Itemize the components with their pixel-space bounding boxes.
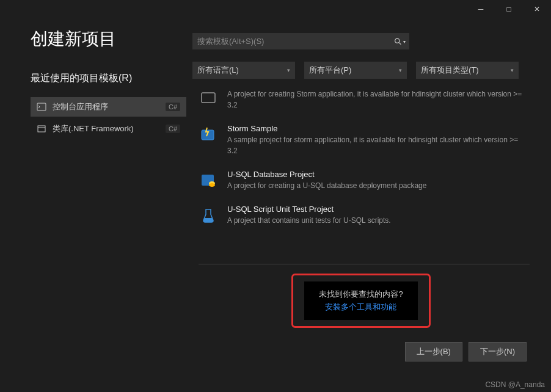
page-title: 创建新项目 <box>31 27 186 51</box>
recent-item-label: 类库(.NET Framework) <box>53 123 159 134</box>
svg-rect-0 <box>37 103 46 111</box>
recent-templates-heading: 最近使用的项目模板(R) <box>31 72 186 85</box>
template-desc: A project that contains unit tests for U… <box>227 215 530 226</box>
recent-template-item[interactable]: 控制台应用程序 C# <box>31 97 186 117</box>
template-title: Storm Sample <box>227 124 530 133</box>
next-button[interactable]: 下一步(N) <box>469 342 527 361</box>
class-library-icon <box>37 124 46 134</box>
svg-point-9 <box>209 183 215 187</box>
template-item[interactable]: U-SQL Database Project A project for cre… <box>192 165 530 200</box>
right-panel: ▾ 所有语言(L) ▾ 所有平台(P) ▾ 所有项目类型(T) ▾ <box>186 24 530 360</box>
language-filter[interactable]: 所有语言(L) ▾ <box>192 62 295 79</box>
svg-point-3 <box>395 38 400 43</box>
filter-label: 所有项目类型(T) <box>421 65 479 76</box>
usql-test-icon <box>199 206 218 225</box>
svg-rect-5 <box>202 93 215 103</box>
platform-filter[interactable]: 所有平台(P) ▾ <box>304 62 407 79</box>
filter-label: 所有平台(P) <box>309 65 351 76</box>
storm-app-icon <box>199 90 218 108</box>
console-app-icon <box>37 102 46 112</box>
template-desc: A project for creating Storm application… <box>227 90 530 111</box>
svg-line-4 <box>399 42 401 44</box>
template-title: U-SQL Database Project <box>227 170 530 179</box>
chevron-down-icon: ▾ <box>511 67 514 73</box>
chevron-down-icon: ▾ <box>287 67 290 73</box>
recent-item-label: 控制台应用程序 <box>53 101 159 112</box>
not-found-text: 未找到你要查找的内容? <box>319 289 403 300</box>
minimize-button[interactable]: ─ <box>467 0 495 18</box>
watermark: CSDN @A_nanda <box>485 380 545 389</box>
usql-db-icon <box>199 171 218 191</box>
filter-label: 所有语言(L) <box>197 65 239 76</box>
template-title: U-SQL Script Unit Test Project <box>227 205 530 214</box>
svg-rect-1 <box>38 126 45 132</box>
template-desc: A project for creating a U-SQL database … <box>227 180 530 191</box>
titlebar: ─ □ ✕ <box>0 0 551 18</box>
not-found-panel: 未找到你要查找的内容? 安装多个工具和功能 <box>304 281 417 320</box>
highlight-box: 未找到你要查找的内容? 安装多个工具和功能 <box>291 274 430 328</box>
recent-item-lang: C# <box>166 125 180 133</box>
recent-template-item[interactable]: 类库(.NET Framework) C# <box>31 119 186 139</box>
template-item[interactable]: Storm Sample A sample project for storm … <box>192 119 530 165</box>
separator <box>199 264 530 264</box>
install-more-link[interactable]: 安装多个工具和功能 <box>319 302 403 313</box>
close-button[interactable]: ✕ <box>523 0 551 18</box>
template-desc: A sample project for storm application, … <box>227 134 530 156</box>
left-panel: 创建新项目 最近使用的项目模板(R) 控制台应用程序 C# 类库(.NET Fr… <box>31 24 186 360</box>
storm-sample-icon <box>199 125 218 145</box>
project-type-filter[interactable]: 所有项目类型(T) ▾ <box>416 62 519 79</box>
back-button[interactable]: 上一步(B) <box>405 342 462 361</box>
template-item[interactable]: U-SQL Script Unit Test Project A project… <box>192 200 530 234</box>
search-input[interactable] <box>192 33 409 49</box>
recent-item-lang: C# <box>166 103 180 111</box>
maximize-button[interactable]: □ <box>495 0 523 18</box>
template-list[interactable]: Storm Application A project for creating… <box>192 90 530 261</box>
template-item[interactable]: Storm Application A project for creating… <box>192 90 530 119</box>
search-icon[interactable]: ▾ <box>394 37 406 45</box>
chevron-down-icon: ▾ <box>399 67 402 73</box>
